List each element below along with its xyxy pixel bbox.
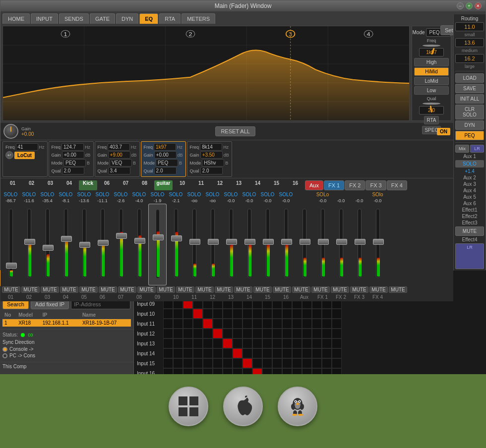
minimize-button[interactable]: – [457,2,464,9]
routing-cell-9-12[interactable] [282,368,292,374]
routing-cell-9-4[interactable] [203,368,213,374]
reset-all-button[interactable]: RESET ALL [215,126,255,136]
routing-cell-6-17[interactable] [332,338,342,348]
routing-cell-4-7[interactable] [233,319,243,329]
tab-eq[interactable]: EQ [139,13,158,24]
routing-cell-9-15[interactable] [312,368,322,374]
solo-08[interactable]: SOLO [130,192,148,197]
routing-cell-6-11[interactable] [272,338,282,348]
routing-cell-6-12[interactable] [282,338,292,348]
lomid-band-btn[interactable]: LoMid [414,77,449,85]
routing-cell-8-5[interactable] [213,358,223,368]
mute-14[interactable]: MUTE [253,286,272,293]
fader-handle-19[interactable] [336,239,347,245]
routing-cell-9-13[interactable] [292,368,302,374]
routing-cell-4-12[interactable] [282,319,292,329]
fader-handle-10[interactable] [171,235,182,241]
routing-cell-5-15[interactable] [312,329,322,338]
routing-cell-4-3[interactable] [193,319,203,329]
routing-cell-7-16[interactable] [322,348,332,358]
routing-cell-3-4[interactable] [203,309,213,319]
save-button[interactable]: SAVE [455,84,484,93]
routing-cell-3-15[interactable] [312,309,322,319]
routing-cell-9-10[interactable] [262,368,272,374]
load-button[interactable]: LOAD [455,73,484,83]
routing-cell-5-11[interactable] [272,329,282,338]
mute-13[interactable]: MUTE [234,286,252,293]
solo-11[interactable]: SOLO [185,192,203,197]
routing-cell-5-5[interactable] [213,329,223,338]
routing-cell-6-4[interactable] [203,338,213,348]
routing-cell-6-10[interactable] [262,338,272,348]
routing-cell-4-8[interactable] [243,319,252,329]
tab-input[interactable]: INPUT [31,13,58,24]
routing-cell-3-9[interactable] [252,309,262,319]
solo-fx4[interactable]: SOlo [368,192,387,197]
rta-btn[interactable]: RTA [424,116,438,124]
routing-cell-4-5[interactable] [213,319,223,329]
tab-meters[interactable]: METERS [182,13,215,24]
mute-04[interactable]: MUTE [60,286,78,293]
routing-cell-8-2[interactable] [183,358,193,368]
routing-cell-4-17[interactable] [332,319,342,329]
mute-fx4[interactable]: MUTE [389,286,407,293]
fader-handle-9[interactable] [153,234,164,240]
mute-15[interactable]: MUTE [273,286,291,293]
routing-cell-9-17[interactable] [332,368,342,374]
routing-cell-3-1[interactable] [173,309,183,319]
solo-02[interactable]: SOLO [20,192,38,197]
routing-cell-8-0[interactable] [163,358,173,368]
apple-icon-button[interactable] [223,387,263,426]
fx1-button[interactable]: FX 1 [324,180,344,190]
routing-cell-4-10[interactable] [262,319,272,329]
solo-01[interactable]: SOLO [1,192,20,197]
routing-cell-8-14[interactable] [302,358,312,368]
mute-button[interactable]: MUTE [455,226,484,236]
routing-cell-9-7[interactable] [233,368,243,374]
routing-cell-5-14[interactable] [302,329,312,338]
routing-cell-5-8[interactable] [243,329,252,338]
solo-04[interactable]: SOLO [57,192,75,197]
fader-handle-17[interactable] [300,239,310,245]
solo-12[interactable]: SOLO [203,192,222,197]
fader-handle-20[interactable] [355,239,365,245]
routing-cell-4-2[interactable] [183,319,193,329]
fader-handle-1[interactable] [6,263,17,269]
routing-cell-4-4[interactable] [203,319,213,329]
peq-button[interactable]: PEQ [455,131,484,140]
routing-cell-7-13[interactable] [292,348,302,358]
tab-sends[interactable]: SENDS [59,13,89,24]
fader-handle-14[interactable] [244,239,255,245]
routing-cell-7-11[interactable] [272,348,282,358]
tab-home[interactable]: HOME [2,13,30,24]
routing-cell-3-7[interactable] [233,309,243,319]
routing-cell-5-10[interactable] [262,329,272,338]
routing-cell-3-17[interactable] [332,309,342,319]
mute-02[interactable]: MUTE [21,286,40,293]
routing-cell-8-4[interactable] [203,358,213,368]
routing-cell-3-5[interactable] [213,309,223,319]
routing-cell-8-13[interactable] [292,358,302,368]
fader-handle-18[interactable] [318,239,329,245]
routing-cell-8-1[interactable] [173,358,183,368]
tab-rta[interactable]: RTA [159,13,181,24]
routing-cell-6-16[interactable] [322,338,332,348]
solo-13[interactable]: SOLO [222,192,240,197]
routing-cell-3-13[interactable] [292,309,302,319]
routing-cell-7-3[interactable] [193,348,203,358]
routing-cell-5-3[interactable] [193,329,203,338]
routing-cell-3-11[interactable] [272,309,282,319]
routing-cell-4-0[interactable] [163,319,173,329]
routing-cell-9-2[interactable] [183,368,193,374]
routing-cell-6-3[interactable] [193,338,203,348]
routing-cell-9-16[interactable] [322,368,332,374]
routing-cell-6-5[interactable] [213,338,223,348]
solo-05[interactable]: SOLO [75,192,93,197]
fader-handle-8[interactable] [134,238,145,244]
routing-cell-7-12[interactable] [282,348,292,358]
solo-15[interactable]: SOLO [258,192,277,197]
solo-10[interactable]: SOLO [167,192,185,197]
windows-icon-button[interactable] [169,387,208,426]
close-button[interactable]: ✕ [475,2,482,9]
routing-cell-9-0[interactable] [163,368,173,374]
